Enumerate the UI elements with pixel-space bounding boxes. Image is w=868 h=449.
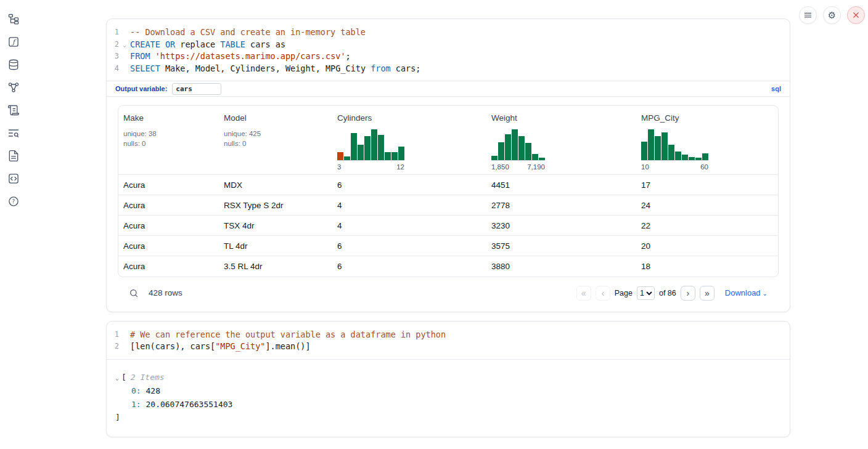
column-header-model[interactable]: Modelunique: 425nulls: 0: [219, 106, 332, 175]
next-page-button[interactable]: ›: [681, 286, 695, 301]
close-icon: [851, 10, 861, 20]
table-cell: 4: [332, 195, 486, 216]
histogram-bar: [532, 154, 538, 160]
table-cell: 22: [636, 216, 778, 236]
histogram-bar: [385, 152, 391, 160]
collapse-chevron-icon[interactable]: ⌄: [115, 371, 119, 385]
table-output: Makeunique: 38nulls: 0Modelunique: 425nu…: [107, 97, 790, 312]
table-cell: TL 4dr: [219, 236, 332, 256]
fold-chevron-icon[interactable]: ⌄: [119, 39, 130, 51]
document-icon[interactable]: [7, 149, 20, 163]
cell-sql: 1-- Download a CSV and create an in-memo…: [106, 18, 790, 312]
table-cell: 4451: [486, 175, 636, 195]
table-cell: Acura: [118, 195, 219, 216]
table-cell: MDX: [219, 175, 332, 195]
chevrons-right-icon: »: [705, 289, 710, 297]
table-cell: Acura: [118, 236, 219, 256]
column-header-weight[interactable]: Weight1,8507,190: [486, 106, 636, 175]
histogram-bar: [539, 158, 545, 160]
histogram-bar: [675, 152, 681, 160]
histogram-bar: [655, 136, 661, 160]
histogram-bar: [661, 132, 668, 160]
python-code-editor[interactable]: 1# We can reference the output variable …: [107, 322, 790, 359]
histogram-bar: [398, 147, 404, 160]
pagination: « ‹ Page 1 of 86 › » Download⌄: [576, 286, 768, 301]
shutdown-button[interactable]: [847, 6, 865, 24]
code-line: 2⌄CREATE OR replace TABLE cars as: [108, 39, 781, 51]
search-icon[interactable]: [129, 288, 139, 298]
items-count-label: 2 Items: [131, 371, 165, 384]
first-page-button[interactable]: «: [576, 286, 591, 301]
column-name: MPG_City: [641, 113, 773, 123]
table-row: AcuraRSX Type S 2dr4277824: [118, 195, 778, 216]
histogram-bar: [702, 153, 708, 160]
line-number: 2: [108, 341, 119, 353]
column-name: Weight: [491, 113, 631, 123]
column-name: Make: [123, 113, 214, 123]
column-histogram: 312: [337, 129, 404, 171]
tree-entry: 0: 428: [131, 384, 781, 398]
chevron-right-icon: ›: [686, 289, 689, 297]
histogram-axis: 312: [337, 163, 404, 171]
table-cell: 6: [332, 175, 486, 195]
table-cell: Acura: [118, 216, 219, 236]
table-row: AcuraTL 4dr6357520: [118, 236, 778, 256]
output-variable-label: Output variable:: [115, 85, 167, 92]
table-cell: 24: [636, 195, 778, 216]
svg-text:?: ?: [12, 198, 15, 204]
notebook-menu-button[interactable]: [799, 6, 817, 24]
svg-text:ƒ: ƒ: [11, 38, 17, 46]
histogram-bar: [337, 152, 343, 160]
last-page-button[interactable]: »: [700, 286, 714, 301]
page-select[interactable]: 1: [637, 286, 655, 300]
download-button[interactable]: Download⌄: [725, 288, 768, 297]
histogram-bar: [378, 135, 384, 160]
file-tree-icon[interactable]: [7, 12, 20, 26]
snippets-icon[interactable]: [7, 172, 20, 185]
code-line: 1-- Download a CSV and create an in-memo…: [108, 26, 781, 39]
histogram-bar: [695, 158, 702, 160]
top-actions: ⚙: [799, 6, 865, 24]
help-icon[interactable]: ?: [7, 195, 20, 208]
histogram-bar: [512, 129, 518, 160]
table-row: AcuraMDX6445117: [118, 175, 778, 195]
table-row: Acura3.5 RL 4dr6388018: [118, 256, 778, 277]
settings-button[interactable]: ⚙: [823, 6, 841, 24]
histogram-bar: [491, 156, 497, 160]
sql-code-editor[interactable]: 1-- Download a CSV and create an in-memo…: [107, 19, 790, 81]
histogram-bar: [689, 157, 695, 160]
column-name: Model: [224, 113, 327, 123]
cell-python: 1# We can reference the output variable …: [106, 321, 790, 437]
code-line: 2[len(cars), cars["MPG_City"].mean()]: [108, 341, 781, 353]
histogram-bar: [641, 142, 647, 160]
bracket-close: ]: [115, 411, 120, 424]
chevron-down-icon: ⌄: [763, 290, 768, 297]
text-search-icon[interactable]: [7, 126, 20, 140]
table-row: AcuraTSX 4dr4323022: [118, 216, 778, 236]
tree-root: ⌄ [ 2 Items: [115, 371, 781, 385]
database-icon[interactable]: [7, 58, 20, 71]
prev-page-button[interactable]: ‹: [596, 286, 610, 301]
table-cell: 18: [636, 256, 778, 277]
function-icon[interactable]: ƒ: [7, 35, 20, 49]
column-header-make[interactable]: Makeunique: 38nulls: 0: [118, 106, 219, 175]
table-cell: 3880: [486, 256, 636, 277]
column-header-cylinders[interactable]: Cylinders312: [332, 106, 486, 175]
dependency-graph-icon[interactable]: [7, 81, 20, 94]
line-number: 3: [108, 51, 119, 63]
hamburger-icon: [803, 10, 813, 20]
data-table: Makeunique: 38nulls: 0Modelunique: 425nu…: [118, 106, 778, 277]
column-stats: unique: 425nulls: 0: [224, 129, 327, 148]
histogram-bar: [351, 133, 357, 160]
histogram-axis: 1,8507,190: [491, 163, 545, 171]
language-badge: sql: [771, 85, 781, 92]
column-stats: unique: 38nulls: 0: [123, 129, 214, 148]
line-number: 4: [108, 63, 119, 75]
table-cell: 3.5 RL 4dr: [219, 256, 332, 277]
histogram-bar: [525, 143, 531, 160]
output-variable-input[interactable]: [172, 83, 221, 95]
scroll-icon[interactable]: [7, 103, 20, 117]
column-name: Cylinders: [337, 113, 481, 123]
histogram-bar: [344, 156, 350, 160]
column-header-mpg_city[interactable]: MPG_City1060: [636, 106, 778, 175]
